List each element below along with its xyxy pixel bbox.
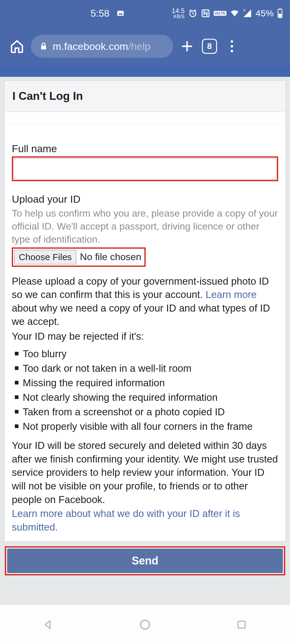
new-tab-button[interactable] — [179, 40, 196, 53]
lock-icon — [39, 42, 48, 51]
screenshot-notification-icon — [116, 9, 125, 18]
rejection-reasons-list: Too blurry Too dark or not taken in a we… — [12, 347, 278, 433]
cellular-signal-icon: x — [243, 9, 252, 18]
card-header: I Can't Log In — [5, 81, 285, 112]
list-item: Too dark or not taken in a well-lit room — [12, 361, 278, 376]
overflow-menu-button[interactable] — [223, 40, 240, 52]
storage-policy-text: Your ID will be stored securely and dele… — [12, 439, 278, 506]
android-status-bar: 5:58 14.5 KB/S VoLTE x 45% — [0, 0, 290, 27]
send-button-highlight: Send — [5, 546, 285, 575]
svg-rect-0 — [117, 11, 124, 16]
list-item: Too blurry — [12, 347, 278, 361]
home-nav-button[interactable] — [136, 616, 154, 634]
reject-intro: Your ID may be rejected if it's: — [12, 330, 278, 343]
nfc-icon — [201, 9, 210, 18]
help-form-card: I Can't Log In Full name Upload your ID … — [4, 80, 286, 541]
svg-rect-5 — [279, 8, 281, 9]
list-item: Not clearly showing the required informa… — [12, 390, 278, 405]
list-item: Missing the required information — [12, 376, 278, 390]
full-name-label: Full name — [12, 143, 278, 155]
tab-switcher-button[interactable]: 8 — [201, 39, 218, 54]
svg-rect-7 — [41, 46, 46, 50]
home-button[interactable] — [8, 38, 25, 55]
learn-more-link-2[interactable]: Learn more about what we do with your ID… — [12, 508, 240, 533]
svg-rect-9 — [238, 621, 245, 628]
facebook-header-strip — [0, 66, 290, 77]
full-name-highlight — [12, 156, 278, 181]
alarm-icon — [188, 9, 197, 18]
battery-percent: 45% — [255, 8, 274, 18]
learn-more-link-1[interactable]: Learn more — [206, 289, 257, 300]
list-item: Taken from a screenshot or a photo copie… — [12, 405, 278, 419]
choose-files-button[interactable]: Choose Files — [14, 250, 76, 264]
upload-id-label: Upload your ID — [12, 193, 278, 205]
file-status-text: No file chosen — [80, 251, 141, 263]
full-name-input[interactable] — [14, 158, 276, 179]
upload-id-help: To help us confirm who you are, please p… — [12, 207, 278, 246]
page-title: I Can't Log In — [12, 90, 278, 103]
url-text: m.facebook.com/help — [53, 41, 150, 52]
address-bar[interactable]: m.facebook.com/help — [31, 35, 173, 58]
svg-rect-6 — [278, 14, 281, 17]
data-rate-indicator: 14.5 KB/S — [172, 8, 185, 19]
wifi-icon — [230, 9, 239, 18]
android-nav-bar — [0, 605, 290, 644]
header-spacer — [5, 112, 285, 125]
page-background: I Can't Log In Full name Upload your ID … — [0, 77, 290, 605]
tab-count-badge: 8 — [202, 39, 217, 54]
svg-point-8 — [140, 620, 149, 629]
send-button[interactable]: Send — [7, 549, 283, 573]
file-picker-highlight: Choose Files No file chosen — [12, 247, 146, 267]
recents-button[interactable] — [232, 616, 251, 634]
chrome-toolbar: m.facebook.com/help 8 — [0, 27, 290, 66]
upload-description: Please upload a copy of your government-… — [12, 275, 278, 329]
status-time: 5:58 — [91, 8, 109, 19]
back-button[interactable] — [39, 616, 58, 634]
battery-icon — [277, 8, 283, 18]
list-item: Not properly visible with all four corne… — [12, 419, 278, 434]
volte-icon: VoLTE — [214, 11, 226, 16]
